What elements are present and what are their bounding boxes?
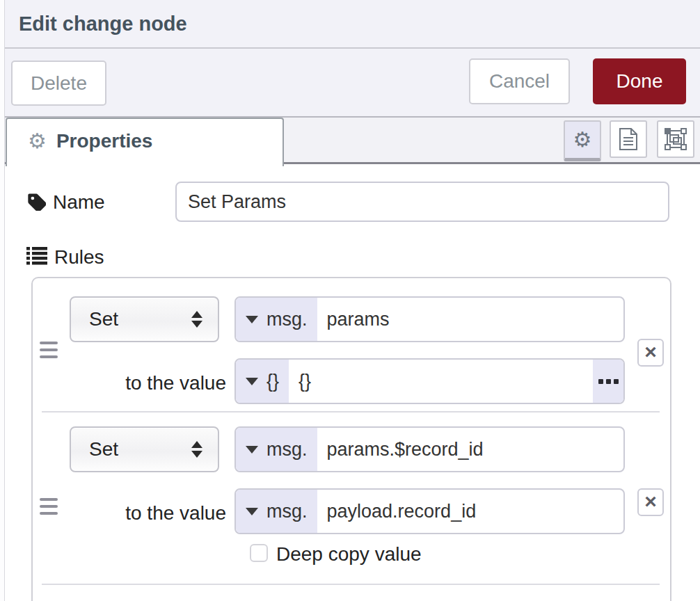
rule-separator	[42, 411, 660, 412]
caret-down-icon	[246, 508, 258, 515]
rule2-property-input[interactable]: msg. params.$record_id	[234, 426, 625, 472]
dialog-toolbar: Delete Cancel Done	[5, 49, 700, 116]
three-dots-icon	[598, 379, 603, 384]
rule1-value[interactable]: {}	[289, 360, 593, 403]
rule2-property-type: msg.	[267, 439, 308, 460]
rule2-property-value[interactable]: params.$record_id	[317, 428, 623, 471]
three-dots-icon	[606, 379, 611, 384]
dialog-title: Edit change node	[19, 0, 187, 47]
rules-label: Rules	[54, 246, 104, 269]
rule1-remove-button[interactable]: ×	[637, 339, 664, 367]
delete-button[interactable]: Delete	[11, 61, 106, 106]
rule1-action-value: Set	[89, 298, 118, 341]
caret-down-icon	[246, 446, 258, 454]
list-icon	[26, 246, 47, 269]
rule2-value-input[interactable]: msg. payload.record_id	[234, 488, 625, 534]
appearance-view-button[interactable]	[657, 120, 694, 158]
rule1-action-select[interactable]: Set	[70, 296, 219, 342]
caret-down-icon	[246, 316, 258, 323]
caret-down-icon	[246, 378, 258, 385]
document-icon	[619, 127, 638, 151]
rule1-expand-button[interactable]	[593, 360, 623, 403]
deep-copy-label: Deep copy value	[276, 543, 422, 566]
rule1-property-type-button[interactable]: msg.	[236, 298, 317, 341]
properties-view-button[interactable]: ⚙	[564, 120, 601, 161]
cancel-button[interactable]: Cancel	[469, 58, 570, 104]
rule2-action-value: Set	[89, 428, 118, 471]
close-icon: ×	[644, 340, 657, 363]
gear-icon: ⚙	[28, 131, 47, 152]
dialog-header: Edit change node	[5, 0, 700, 49]
rule-separator	[42, 584, 660, 585]
window-left-edge	[0, 0, 5, 601]
rule2-value-type-button[interactable]: msg.	[236, 490, 317, 533]
tab-properties[interactable]: ⚙ Properties	[6, 118, 284, 166]
rule1-property-input[interactable]: msg. params	[234, 296, 625, 342]
rule2-to-label: to the value	[70, 502, 226, 524]
drag-handle-icon[interactable]	[40, 498, 58, 515]
name-label: Name	[53, 191, 105, 214]
deep-copy-checkbox[interactable]	[250, 544, 268, 562]
tag-icon	[26, 191, 46, 214]
drag-handle-icon[interactable]	[40, 342, 58, 358]
rule1-value-type-button[interactable]: {}	[236, 360, 289, 403]
up-down-arrows-icon	[191, 441, 202, 458]
close-icon: ×	[644, 490, 657, 513]
up-down-arrows-icon	[191, 311, 202, 328]
three-dots-icon	[614, 379, 619, 384]
tab-properties-label: Properties	[56, 130, 153, 152]
rule1-property-value[interactable]: params	[317, 298, 623, 341]
rule1-value-input[interactable]: {} {}	[234, 358, 625, 404]
name-input[interactable]	[175, 182, 669, 222]
rule2-property-type-button[interactable]: msg.	[236, 428, 317, 471]
rule2-value[interactable]: payload.record_id	[317, 490, 623, 533]
rule1-value-type: {}	[267, 371, 279, 392]
rule1-property-type: msg.	[267, 309, 308, 330]
description-view-button[interactable]	[610, 120, 647, 158]
selection-frame-icon	[665, 128, 687, 150]
rule2-action-select[interactable]: Set	[70, 426, 219, 472]
rule2-value-type: msg.	[267, 501, 308, 522]
gear-icon: ⚙	[573, 129, 592, 150]
done-button[interactable]: Done	[593, 58, 686, 104]
rule1-to-label: to the value	[70, 372, 226, 394]
rule2-remove-button[interactable]: ×	[637, 488, 664, 516]
